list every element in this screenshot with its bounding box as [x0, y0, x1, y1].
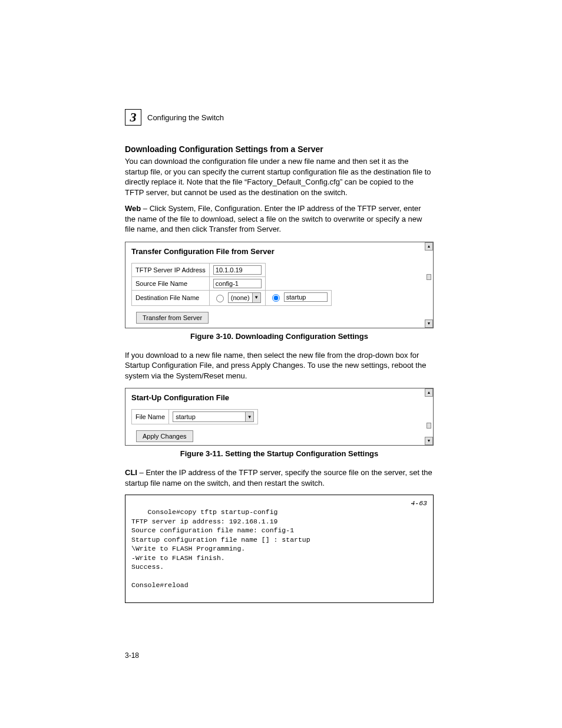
- dest-file-label: Destination File Name: [132, 290, 210, 305]
- chevron-down-icon: ▼: [252, 293, 260, 302]
- cli-page-ref: 4-63: [411, 499, 427, 508]
- tftp-ip-input[interactable]: [213, 265, 262, 275]
- apply-changes-button[interactable]: Apply Changes: [136, 430, 193, 442]
- file-name-value: startup: [176, 413, 196, 420]
- dest-none-value: (none): [231, 294, 250, 301]
- scroll-down-icon[interactable]: ▾: [425, 437, 433, 445]
- intro-paragraph: You can download the configuration file …: [125, 156, 434, 197]
- source-file-label: Source File Name: [132, 276, 210, 290]
- cli-text: – Enter the IP address of the TFTP serve…: [125, 468, 432, 487]
- page-number: 3-18: [125, 651, 434, 660]
- dest-startup-radio[interactable]: [272, 294, 280, 302]
- startup-form-table: File Name startup ▼: [131, 409, 258, 424]
- dest-none-select[interactable]: (none) ▼: [228, 292, 261, 303]
- web-paragraph: Web – Click System, File, Configuration.…: [125, 203, 434, 235]
- figure-3-10-caption: Figure 3-10. Downloading Configuration S…: [125, 332, 434, 341]
- web-text: – Click System, File, Configuration. Ent…: [125, 204, 422, 233]
- dest-startup-input[interactable]: [284, 292, 328, 302]
- section-title: Downloading Configuration Settings from …: [125, 144, 434, 154]
- file-name-select[interactable]: startup ▼: [173, 411, 254, 422]
- cli-lead: CLI: [125, 468, 137, 477]
- tftp-ip-label: TFTP Server IP Address: [132, 263, 210, 276]
- scroll-thumb[interactable]: [427, 423, 431, 429]
- chapter-label: Configuring the Switch: [147, 113, 224, 122]
- file-name-label: File Name: [132, 410, 169, 424]
- chapter-header: 3 Configuring the Switch: [125, 109, 434, 126]
- figure-3-10-panel: ▴ ▾ Transfer Configuration File from Ser…: [125, 242, 434, 328]
- figure-3-11-caption: Figure 3-11. Setting the Startup Configu…: [125, 449, 434, 458]
- cli-paragraph: CLI – Enter the IP address of the TFTP s…: [125, 467, 434, 488]
- source-file-input[interactable]: [213, 279, 262, 288]
- scroll-thumb[interactable]: [427, 274, 431, 280]
- scroll-up-icon[interactable]: ▴: [425, 242, 433, 251]
- cli-output-box: 4-63Console#copy tftp startup-config TFT…: [125, 495, 434, 604]
- figure-3-11-panel: ▴ ▾ Start-Up Configuration File File Nam…: [125, 388, 434, 446]
- panel-title: Start-Up Configuration File: [125, 388, 433, 407]
- scroll-down-icon[interactable]: ▾: [425, 319, 433, 328]
- transfer-from-server-button[interactable]: Transfer from Server: [136, 312, 209, 324]
- chevron-down-icon: ▼: [245, 412, 253, 421]
- scroll-up-icon[interactable]: ▴: [425, 388, 433, 397]
- panel-title: Transfer Configuration File from Server: [125, 242, 433, 261]
- chapter-number-icon: 3: [125, 109, 141, 126]
- mid-paragraph: If you download to a new file name, then…: [125, 350, 434, 381]
- cli-lines: Console#copy tftp startup-config TFTP se…: [131, 508, 310, 589]
- dest-none-radio[interactable]: [216, 295, 224, 302]
- web-lead: Web: [125, 204, 141, 213]
- transfer-form-table: TFTP Server IP Address Source File Name …: [131, 263, 332, 306]
